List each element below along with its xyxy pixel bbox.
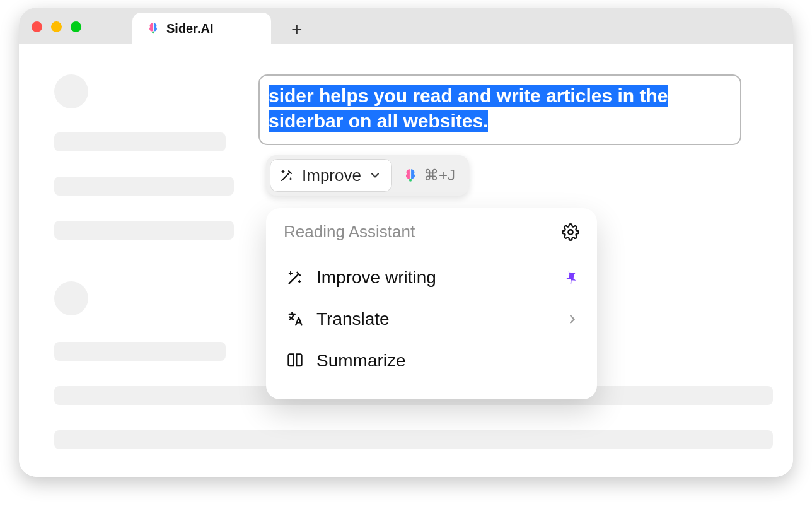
sider-logo-icon [402, 167, 419, 184]
improve-button[interactable]: Improve [270, 159, 392, 192]
dropdown-item-label: Summarize [316, 351, 406, 371]
sparkle-wand-icon [286, 269, 304, 286]
new-tab-button[interactable]: + [291, 20, 303, 39]
dropdown-item-label: Improve writing [316, 267, 436, 288]
skeleton-line [54, 430, 773, 449]
skeleton-avatar [54, 74, 88, 108]
sparkle-wand-icon [279, 168, 294, 183]
svg-point-1 [409, 179, 412, 181]
shortcut-label: ⌘+J [424, 167, 455, 184]
page-content: sider helps you read and write articles … [19, 44, 793, 477]
chevron-right-icon [566, 312, 579, 326]
reading-assistant-dropdown: Reading Assistant I [266, 208, 597, 399]
browser-tab[interactable]: Sider.AI [132, 13, 271, 44]
gear-icon[interactable] [562, 223, 579, 241]
editor[interactable]: sider helps you read and write articles … [258, 74, 741, 145]
skeleton-line [54, 132, 226, 151]
chevron-down-icon [369, 169, 381, 182]
sider-logo-icon [146, 21, 160, 35]
skeleton-line [54, 221, 234, 240]
traffic-lights [32, 21, 81, 32]
minimize-window-button[interactable] [51, 21, 62, 32]
svg-point-0 [152, 32, 154, 34]
pin-icon[interactable] [564, 270, 579, 285]
selected-text: sider helps you read and write articles … [269, 85, 668, 132]
tab-title: Sider.AI [166, 21, 213, 36]
improve-button-label: Improve [302, 166, 361, 185]
translate-icon [286, 310, 304, 328]
skeleton-line [54, 342, 226, 361]
app-window: Sider.AI + si [19, 8, 793, 477]
maximize-window-button[interactable] [71, 21, 81, 32]
dropdown-item-improve-writing[interactable]: Improve writing [284, 257, 579, 298]
book-open-icon [286, 352, 304, 370]
dropdown-item-translate[interactable]: Translate [284, 298, 579, 340]
shortcut-button[interactable]: ⌘+J [392, 159, 465, 192]
dropdown-item-label: Translate [316, 309, 390, 329]
svg-point-2 [568, 230, 572, 234]
titlebar: Sider.AI + [19, 8, 793, 44]
dropdown-title: Reading Assistant [284, 222, 415, 242]
floating-toolbar: Improve ⌘+J [266, 155, 469, 196]
skeleton-line [54, 177, 234, 196]
close-window-button[interactable] [32, 21, 42, 32]
skeleton-avatar [54, 281, 88, 315]
dropdown-item-summarize[interactable]: Summarize [284, 340, 579, 382]
